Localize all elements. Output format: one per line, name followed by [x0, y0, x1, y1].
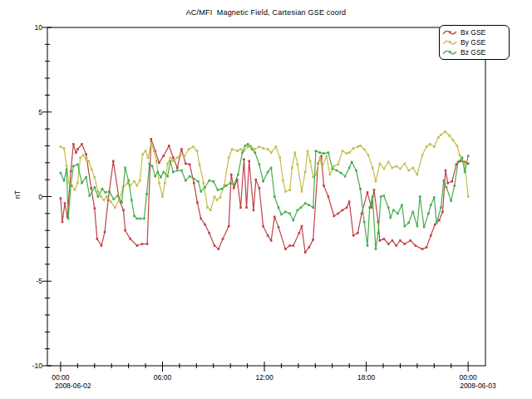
series-bz-gse	[60, 143, 470, 250]
legend-item-bx: Bx GSE	[442, 27, 505, 37]
legend-label-by: By GSE	[461, 38, 485, 47]
y-tick-label: -10	[9, 362, 42, 370]
y-tick-label: 5	[9, 108, 42, 116]
by-line-symbol-icon	[442, 38, 459, 47]
bz-line-symbol-icon	[442, 48, 459, 57]
legend-label-bz: Bz GSE	[461, 48, 485, 57]
x-tick-label: 00:00	[447, 373, 489, 382]
bx-line-symbol-icon	[442, 28, 459, 37]
series-by-gse	[60, 131, 470, 211]
x-tick-label: 06:00	[141, 373, 183, 382]
x-tick-label: 18:00	[346, 373, 387, 382]
plot-window: AC/MFI Magnetic Field, Cartesian GSE coo…	[0, 0, 532, 399]
x-tick-label: 12:00	[244, 373, 285, 382]
legend-item-by: By GSE	[442, 37, 505, 47]
bz-gse-line	[61, 144, 468, 249]
y-ticks	[42, 27, 52, 366]
x-ticks	[61, 362, 468, 372]
x-axis-date-label: 2008-06-02	[55, 382, 91, 390]
x-tick-label: 00:00	[40, 373, 81, 382]
legend-item-bz: Bz GSE	[442, 47, 505, 57]
legend: Bx GSE By GSE Bz GSE	[439, 25, 510, 60]
y-tick-label: -5	[9, 277, 42, 285]
y-tick-label: 10	[9, 23, 42, 32]
bx-gse-line	[61, 139, 468, 252]
y-tick-label: 0	[9, 193, 42, 201]
plot-area	[0, 0, 532, 399]
x-axis-date-label: 2008-06-03	[460, 382, 495, 390]
legend-label-bx: Bx GSE	[461, 28, 485, 37]
